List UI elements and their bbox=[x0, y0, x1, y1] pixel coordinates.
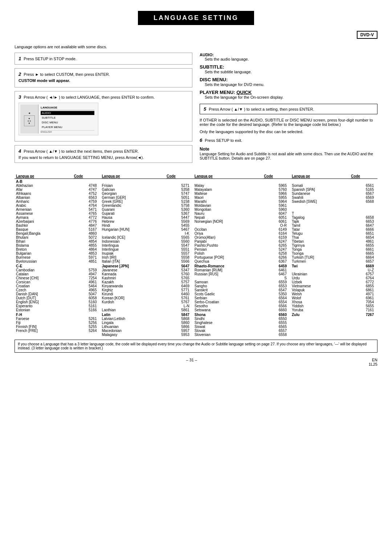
lang-cell: German [GER] bbox=[100, 196, 165, 200]
code-cell: 5551 bbox=[165, 247, 193, 251]
section-fh-label: F-H bbox=[15, 312, 100, 317]
table-row: Cambodian5759 Javanese5347 Romanian [RUM… bbox=[15, 268, 377, 272]
lang-cell: Tatar bbox=[290, 227, 350, 231]
lang-cell: Basque bbox=[15, 227, 73, 231]
code-cell: 4864 bbox=[73, 247, 101, 251]
lang-cell: Shona bbox=[193, 312, 262, 317]
lang-cell: Quechua bbox=[193, 259, 262, 263]
code-cell: 5961 bbox=[262, 204, 290, 208]
code-cell bbox=[350, 204, 377, 208]
table-row: Albanian6563 German [GER]5051 Maori5955 … bbox=[15, 196, 377, 200]
section-ce: C-E Japanese [JPN]5647 Rhaeto-Romance645… bbox=[15, 263, 377, 268]
lang-cell: Bislama bbox=[15, 243, 73, 247]
lang-cell: Scots Gaelic bbox=[193, 292, 262, 296]
lang-cell bbox=[100, 231, 165, 235]
code-cell bbox=[350, 317, 377, 321]
table-row: Malagasy5953 Slovenian6558 bbox=[15, 333, 377, 337]
page-footer: – 31 – EN1L25 bbox=[15, 358, 377, 366]
section-ce-label: C-E bbox=[15, 263, 100, 268]
lang-cell: Sangho bbox=[193, 284, 262, 288]
lang-cell: Korean [KOR] bbox=[100, 296, 165, 300]
code-cell: 6058 bbox=[73, 296, 101, 300]
code-cell: 6247 bbox=[262, 239, 290, 243]
lang-cell: Welsh bbox=[290, 292, 350, 296]
lang-cell: Occitan bbox=[193, 227, 262, 231]
code-cell: 6568 bbox=[350, 200, 377, 204]
subtitle-label: SUBTITLE: bbox=[200, 64, 224, 70]
code-cell: 5547 bbox=[165, 243, 193, 247]
code-cell: 6553 bbox=[262, 284, 290, 288]
lang-cell: Hebrew bbox=[100, 219, 165, 223]
table-row: Danish [DAN]5047 Kirundi6460 Scots Gaeli… bbox=[15, 292, 377, 296]
lang-cell: Xhosa bbox=[290, 300, 350, 304]
code-cell: 5758 bbox=[165, 204, 193, 208]
code-cell: 7054 bbox=[350, 300, 377, 304]
table-row: Esperanto5161 L-N Sesotho6566 Yiddish565… bbox=[15, 304, 377, 308]
code-cell: 4752 bbox=[73, 192, 101, 196]
table-row: Corsican4961 Kazakh5757 Samoan6559 Uzbek… bbox=[15, 280, 377, 284]
code-cell: 5360 bbox=[165, 208, 193, 212]
lang-cell: Sanskrit bbox=[193, 288, 262, 292]
menu-left-panel: ◄ ▲ ◄ ► ▼ bbox=[20, 104, 38, 134]
code-cell bbox=[350, 321, 377, 325]
lang-cell: Tsonga bbox=[290, 251, 350, 255]
lang-cell: Spanish [SPA] bbox=[290, 188, 350, 192]
table-row: Bihari4854 Indonesian5560 Panjabi6247 Ti… bbox=[15, 239, 377, 243]
table-row: Bislama4855 Interlingua5547 Pashto;Pusht… bbox=[15, 243, 377, 247]
col-header-lang3: Langua ge bbox=[193, 174, 262, 179]
code-cell: 6651 bbox=[350, 231, 377, 235]
lang-cell bbox=[290, 268, 350, 272]
step-2-text: Press ► to select CUSTOM, then press ENT… bbox=[24, 72, 110, 77]
lang-cell: Bihari bbox=[15, 239, 73, 243]
lang-cell: Abkhazian bbox=[15, 184, 73, 188]
code-cell: 6554 bbox=[262, 300, 290, 304]
lang-cell: Hindi bbox=[100, 223, 165, 227]
lang-cell bbox=[193, 223, 262, 227]
table-row: Croatian5464 Kinyarwanda6469 Sangho6553 … bbox=[15, 284, 377, 288]
lang-cell: Slovenian bbox=[193, 333, 262, 337]
code-cell: 6567 bbox=[350, 192, 377, 196]
lang-cell: Dutch [DUT] bbox=[15, 296, 73, 300]
subtitle-section: SUBTITLE: Sets the subtitle language. bbox=[200, 64, 377, 74]
code-cell: 4965 bbox=[73, 288, 101, 292]
code-cell: L-N bbox=[165, 304, 193, 308]
code-cell: 5847 bbox=[165, 312, 193, 317]
table-row: Aymara4772 Hausa5447 Nepali6051 Tagalog6… bbox=[15, 216, 377, 219]
lang-cell: Frisian bbox=[100, 184, 165, 188]
lang-cell: Icelandic [ICE] bbox=[100, 235, 165, 239]
code-cell: 6564 bbox=[262, 296, 290, 300]
code-cell: 5957 bbox=[165, 329, 193, 333]
code-cell: 6266 bbox=[262, 255, 290, 259]
lang-cell bbox=[290, 321, 350, 325]
code-cell: 4947 bbox=[73, 272, 101, 276]
code-cell: 6566 bbox=[262, 304, 290, 308]
lang-cell: Slovak bbox=[193, 329, 262, 333]
code-cell: 5647 bbox=[165, 263, 193, 268]
step-6-text: Press SETUP to exit. bbox=[205, 138, 242, 143]
lang-cell: Bashkir bbox=[15, 223, 73, 227]
lang-cell: Guarani bbox=[100, 208, 165, 212]
code-cell: 4765 bbox=[73, 212, 101, 216]
code-cell: 6772 bbox=[350, 280, 377, 284]
lang-cell: Faroese bbox=[15, 317, 73, 321]
left-column: 1 Press SETUP in STOP mode. 2 Press ► to… bbox=[15, 53, 192, 167]
lang-cell: Pashto;Pushto bbox=[193, 243, 262, 247]
lang-cell: Telugu bbox=[290, 231, 350, 235]
player-menu-label: PLAYER MENU: bbox=[200, 90, 236, 95]
code-cell: 6665 bbox=[350, 251, 377, 255]
lang-cell: Malayalam bbox=[193, 188, 262, 192]
code-cell: 5569 bbox=[165, 219, 193, 223]
col-header-code1: Code bbox=[73, 174, 101, 179]
code-cell: 6669 bbox=[350, 263, 377, 268]
lang-cell: Kannada bbox=[100, 272, 165, 276]
lang-cell: Kinyarwanda bbox=[100, 284, 165, 288]
step-4-num: 4 bbox=[19, 148, 21, 154]
code-cell: 6661 bbox=[350, 247, 377, 251]
footer-page-number: – 31 – bbox=[186, 358, 197, 366]
code-cell: O-R bbox=[262, 223, 290, 227]
code-cell: 5655 bbox=[350, 304, 377, 308]
code-cell: 6560 bbox=[262, 312, 290, 317]
code-cell: 5047 bbox=[73, 292, 101, 296]
code-cell: 7254 bbox=[73, 276, 101, 280]
lang-cell: Sesotho bbox=[193, 304, 262, 308]
